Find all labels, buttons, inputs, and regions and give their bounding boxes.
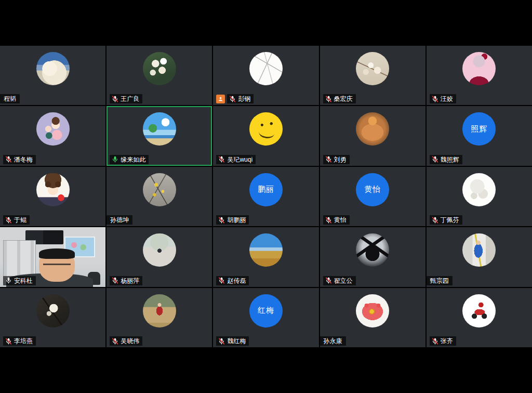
nameplate: 孙德坤 [107,215,132,225]
participant-name: 桑宏庆 [334,95,353,102]
avatar-initials-text: 黄怡 [356,173,389,206]
nameplate: 甄宗园 [427,276,453,285]
participant-tile[interactable]: 甄宗园 [427,227,532,286]
initials-avatar: 照辉 [462,112,496,146]
participant-tile[interactable]: 王广良 [107,46,212,105]
nameplate: 翟立公 [323,276,356,285]
participant-tile[interactable]: 照辉 魏照辉 [427,106,532,165]
participant-tile[interactable]: 红梅 魏红梅 [213,288,318,347]
white-flowers-avatar [143,52,176,85]
participant-tile[interactable]: 潘冬梅 [0,106,105,165]
participant-tile[interactable]: 于鲲 [0,167,105,226]
participant-tile[interactable]: 张齐 [427,288,532,347]
nameplate: 缘来如此 [110,155,149,164]
nameplate: 吴晓伟 [110,336,142,346]
participant-tile[interactable]: 彭钢 [213,46,318,105]
nameplate: 李培燕 [3,336,36,346]
participant-tile[interactable]: 刘勇 [320,106,425,165]
mic-muted-icon [218,277,225,284]
avatar-initials-text: 照辉 [462,112,496,146]
participant-name: 张齐 [441,337,453,345]
participant-name: 杨丽萍 [121,277,139,284]
mic-muted-icon [325,96,332,102]
mic-muted-icon [325,217,332,224]
sketch-avatar [249,52,283,85]
pig-avatar [356,294,389,328]
silhouette-avatar [356,233,389,267]
letterbox-top [0,0,532,46]
participant-name: 汪姣 [441,95,453,102]
child-avatar [462,233,496,267]
participant-tile[interactable]: 翟立公 [320,227,425,286]
participant-tile[interactable]: 丁佩芬 [427,167,532,226]
nameplate: 魏照辉 [430,155,462,164]
participant-tile[interactable]: 孙永康 [320,288,425,347]
participant-tile[interactable]: 鹏丽 胡鹏丽 [213,167,318,226]
avatar-initials-text: 鹏丽 [249,173,283,206]
sheep-avatar [36,52,70,85]
nameplate: 刘勇 [323,155,350,164]
nameplate: 汪姣 [430,94,456,103]
participant-tile[interactable]: 吴玘wuqi [213,106,318,165]
plum-blossom-avatar [36,294,70,328]
smiley-avatar [249,112,283,146]
nameplate: 彭钢 [216,94,254,103]
participant-name: 刘勇 [334,156,347,163]
mic-speaking-icon [112,156,118,163]
mic-muted-icon [325,277,332,284]
nameplate: 于鲲 [3,215,30,225]
participant-tile[interactable]: 赵传磊 [213,227,318,286]
participant-name: 黄怡 [334,216,347,224]
participant-name: 潘冬梅 [14,156,33,163]
nameplate: 桑宏庆 [323,94,356,103]
mic-muted-icon [5,156,12,163]
initials-avatar: 鹏丽 [249,173,283,206]
mic-muted-icon [432,96,438,102]
road-avatar [143,233,176,267]
nameplate: 杨丽萍 [110,276,142,285]
outdoor-person-avatar [143,294,176,328]
participant-tile-active-speaker[interactable]: 缘来如此 [107,106,212,165]
mic-on-icon [5,277,12,284]
participant-name: 吴晓伟 [121,337,139,345]
participant-name: 于鲲 [14,216,26,224]
mic-muted-icon [112,96,118,102]
participant-name: 李培燕 [14,337,33,345]
participant-tile[interactable]: 吴晓伟 [107,288,212,347]
nameplate: 张齐 [430,336,456,346]
branch-avatar [143,173,176,206]
participant-tile-live-video[interactable]: 安科杜 [0,227,105,286]
blossom-avatar [356,52,389,85]
participant-name: 赵传磊 [227,277,246,284]
mic-muted-icon [218,338,225,345]
mic-muted-icon [5,338,12,345]
mic-muted-icon [5,217,12,224]
person-head [39,248,75,282]
participant-name: 甄宗园 [430,277,449,284]
initials-avatar: 黄怡 [356,173,389,206]
nameplate: 丁佩芬 [430,215,462,225]
mic-muted-icon [112,338,118,345]
nameplate: 胡鹏丽 [216,215,249,225]
family-avatar [36,112,70,146]
participant-name: 王广良 [121,95,139,102]
participant-tile[interactable]: 孙德坤 [107,167,212,226]
participant-name: 胡鹏丽 [227,216,246,224]
mic-muted-icon [432,217,438,224]
nameplate: 黄怡 [323,215,350,225]
participant-tile[interactable]: 程韬 [0,46,105,105]
participant-tile[interactable]: 黄怡 黄怡 [320,167,425,226]
mic-muted-icon [432,338,438,345]
mic-muted-icon [229,96,236,102]
participant-name: 彭钢 [238,95,250,102]
participant-tile[interactable]: 李培燕 [0,288,105,347]
wheat-field-avatar [249,233,283,267]
letterbox-bottom [0,347,532,393]
gourd-avatar [356,112,389,146]
participant-grid: 程韬 王广良 彭钢 桑宏庆 汪姣 潘冬梅 缘来如此 [0,46,532,347]
participant-tile[interactable]: 汪姣 [427,46,532,105]
nameplate: 安科杜 [3,276,36,285]
participant-tile[interactable]: 杨丽萍 [107,227,212,286]
participant-tile[interactable]: 桑宏庆 [320,46,425,105]
participant-name: 缘来如此 [121,156,145,163]
